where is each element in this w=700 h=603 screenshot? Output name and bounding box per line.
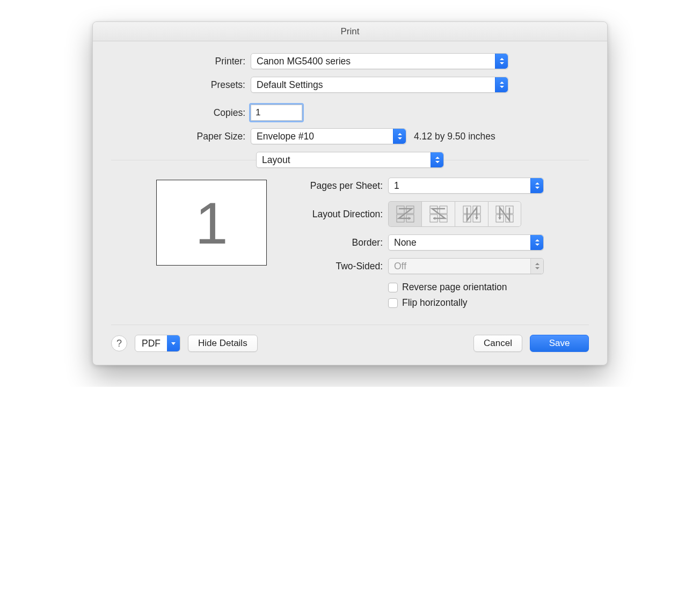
svg-rect-5	[440, 206, 447, 214]
papersize-dimensions: 4.12 by 9.50 inches	[414, 131, 495, 142]
updown-icon	[530, 235, 543, 250]
updown-icon	[495, 54, 508, 69]
border-select[interactable]: None	[388, 234, 544, 251]
layout-dir-s-icon	[428, 204, 449, 224]
pages-per-sheet-label: Pages per Sheet:	[281, 180, 388, 192]
reverse-orientation-label: Reverse page orientation	[402, 282, 507, 293]
border-value: None	[394, 237, 417, 248]
pages-per-sheet-value: 1	[394, 180, 399, 192]
divider	[111, 160, 256, 160]
layout-direction-segmented	[388, 201, 521, 227]
section-select[interactable]: Layout	[256, 152, 444, 168]
hide-details-label: Hide Details	[198, 338, 247, 349]
dialog-title: Print	[93, 22, 607, 41]
two-sided-value: Off	[394, 261, 406, 272]
page-preview: 1	[156, 180, 267, 266]
reverse-orientation-checkbox[interactable]	[388, 283, 398, 292]
divider	[111, 325, 589, 325]
updown-icon	[431, 152, 443, 167]
layout-dir-n2-icon	[494, 204, 515, 224]
updown-icon	[393, 129, 406, 144]
save-label: Save	[549, 338, 570, 349]
two-sided-select: Off	[388, 258, 544, 274]
section-value: Layout	[262, 155, 290, 166]
copies-label: Copies:	[111, 107, 251, 119]
layout-dir-1-button[interactable]	[388, 201, 421, 227]
updown-icon	[530, 259, 543, 274]
presets-select[interactable]: Default Settings	[251, 77, 508, 93]
papersize-value: Envelope #10	[257, 131, 314, 142]
divider	[444, 160, 589, 160]
save-button[interactable]: Save	[530, 335, 589, 352]
pdf-dropdown-button[interactable]: PDF	[135, 335, 180, 352]
cancel-button[interactable]: Cancel	[473, 335, 522, 352]
print-dialog: Print Printer: Canon MG5400 series Prese…	[92, 21, 608, 365]
layout-direction-label: Layout Direction:	[281, 209, 388, 220]
presets-label: Presets:	[111, 79, 251, 91]
svg-rect-0	[397, 206, 404, 214]
presets-value: Default Settings	[257, 79, 323, 91]
printer-value: Canon MG5400 series	[257, 56, 351, 67]
flip-horizontally-checkbox[interactable]	[388, 298, 398, 308]
hide-details-button[interactable]: Hide Details	[188, 335, 258, 352]
help-button[interactable]: ?	[111, 335, 127, 351]
layout-dir-4-button[interactable]	[488, 201, 521, 227]
layout-dir-2-button[interactable]	[421, 201, 455, 227]
papersize-label: Paper Size:	[111, 131, 251, 142]
dialog-body: Printer: Canon MG5400 series Presets: De…	[93, 41, 607, 365]
flip-horizontally-label: Flip horizontally	[402, 297, 468, 308]
updown-icon	[530, 178, 543, 193]
pages-per-sheet-select[interactable]: 1	[388, 178, 544, 194]
printer-select[interactable]: Canon MG5400 series	[251, 53, 508, 69]
preview-page-number: 1	[195, 189, 228, 257]
copies-input[interactable]	[251, 105, 302, 121]
printer-label: Printer:	[111, 56, 251, 67]
pdf-label: PDF	[135, 335, 167, 351]
two-sided-label: Two-Sided:	[281, 261, 388, 272]
layout-dir-z-icon	[395, 204, 416, 224]
updown-icon	[495, 77, 508, 92]
cancel-label: Cancel	[484, 338, 512, 349]
layout-dir-n-icon	[461, 204, 483, 224]
help-icon: ?	[116, 338, 122, 349]
footer: ? PDF Hide Details Cancel Save	[111, 335, 589, 352]
chevron-down-icon	[167, 335, 180, 351]
layout-dir-3-button[interactable]	[455, 201, 488, 227]
border-label: Border:	[281, 237, 388, 248]
papersize-select[interactable]: Envelope #10	[251, 128, 406, 144]
